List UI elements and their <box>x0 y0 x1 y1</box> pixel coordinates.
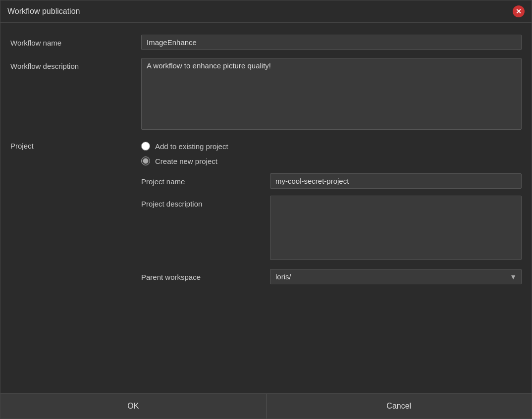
workflow-description-row: Workflow description A workflow to enhan… <box>10 58 522 132</box>
workflow-description-input[interactable]: A workflow to enhance picture quality! <box>141 58 522 130</box>
parent-workspace-label: Parent workspace <box>141 269 270 281</box>
project-description-field <box>270 196 522 262</box>
project-label-row: Project Add to existing project Create n… <box>10 140 522 165</box>
project-name-row: Project name <box>141 173 522 189</box>
radio-new-option[interactable]: Create new project <box>141 157 228 165</box>
dialog-titlebar: Workflow publication ✕ <box>0 0 532 23</box>
project-name-field <box>270 173 522 189</box>
workflow-name-row: Workflow name <box>10 35 522 50</box>
parent-workspace-field: loris/ ▼ <box>270 269 522 284</box>
parent-workspace-select[interactable]: loris/ <box>270 269 522 284</box>
project-description-row: Project description <box>141 196 522 262</box>
project-section: Project Add to existing project Create n… <box>10 140 522 284</box>
dialog-content: Workflow name Workflow description A wor… <box>0 23 532 383</box>
workflow-name-input[interactable] <box>141 35 522 50</box>
radio-existing-option[interactable]: Add to existing project <box>141 142 228 151</box>
radio-new-label[interactable]: Create new project <box>155 157 217 165</box>
project-description-label: Project description <box>141 196 270 208</box>
workflow-description-field: A workflow to enhance picture quality! <box>141 58 522 132</box>
workflow-publication-dialog: Workflow publication ✕ Workflow name Wor… <box>0 0 532 419</box>
radio-existing-label[interactable]: Add to existing project <box>155 142 228 151</box>
project-label: Project <box>10 140 141 150</box>
close-button[interactable]: ✕ <box>513 5 525 17</box>
project-description-input[interactable] <box>270 196 522 260</box>
workflow-description-label: Workflow description <box>10 58 141 70</box>
dialog-title: Workflow publication <box>7 7 80 16</box>
dialog-footer: OK Cancel <box>0 393 532 419</box>
new-project-subform: Project name Project description Parent … <box>10 173 522 284</box>
ok-button[interactable]: OK <box>0 394 266 419</box>
radio-existing-input[interactable] <box>141 142 150 151</box>
workflow-name-label: Workflow name <box>10 35 141 47</box>
project-name-label: Project name <box>141 173 270 186</box>
cancel-button[interactable]: Cancel <box>266 394 532 419</box>
project-radio-group: Add to existing project Create new proje… <box>141 140 228 165</box>
project-name-input[interactable] <box>270 173 522 189</box>
radio-new-input[interactable] <box>141 157 150 165</box>
workflow-name-field <box>141 35 522 50</box>
parent-workspace-row: Parent workspace loris/ ▼ <box>141 269 522 284</box>
